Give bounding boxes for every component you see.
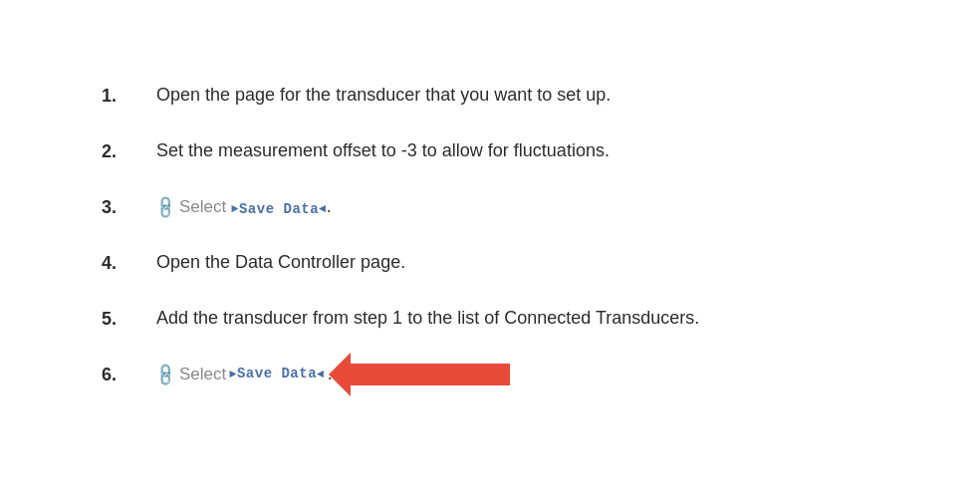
list-item: 1. Open the page for the transducer that…	[102, 82, 878, 110]
steps-list: 1. Open the page for the transducer that…	[102, 82, 878, 388]
caret-right-icon: ►	[231, 200, 239, 218]
step-link-action: 🔗 Select ►Save Data◄ .	[156, 193, 878, 220]
select-link[interactable]: Select	[179, 194, 226, 220]
save-data-button[interactable]: ►Save Data◄	[229, 364, 325, 384]
step-number: 1.	[102, 82, 156, 110]
link-icon: 🔗	[150, 191, 181, 222]
list-item: 6. 🔗 Select ►Save Data◄ .	[102, 361, 878, 388]
period: .	[327, 196, 332, 216]
list-item: 2. Set the measurement offset to -3 to a…	[102, 137, 878, 165]
step-text: Open the Data Controller page.	[156, 249, 878, 276]
step-number: 6.	[102, 361, 156, 388]
save-data-label: Save Data	[237, 364, 317, 384]
arrow-indicator	[351, 364, 510, 385]
caret-right-icon: ►	[229, 366, 237, 383]
list-item: 3. 🔗 Select ►Save Data◄ .	[102, 193, 878, 221]
select-link[interactable]: Select	[179, 362, 226, 387]
step-link-action-arrow: 🔗 Select ►Save Data◄ .	[156, 361, 878, 387]
arrow-body	[351, 364, 510, 385]
link-action-group: 🔗 Select ►Save Data◄ .	[156, 361, 333, 387]
link-group: 🔗 Select	[156, 362, 226, 387]
step-text: Add the transducer from step 1 to the li…	[156, 305, 878, 332]
step-text: Open the page for the transducer that yo…	[156, 82, 878, 109]
link-icon: 🔗	[150, 359, 181, 389]
main-content: 1. Open the page for the transducer that…	[62, 62, 918, 436]
step-6-inner: 🔗 Select ►Save Data◄ .	[156, 361, 878, 387]
step-number: 5.	[102, 305, 156, 333]
caret-left-icon: ◄	[317, 366, 325, 383]
save-data-button[interactable]: ►Save Data◄	[231, 199, 327, 220]
step-number: 4.	[102, 249, 156, 277]
list-item: 5. Add the transducer from step 1 to the…	[102, 305, 878, 333]
step-number: 3.	[102, 193, 156, 221]
caret-left-icon: ◄	[319, 200, 327, 218]
list-item: 4. Open the Data Controller page.	[102, 249, 878, 277]
step-number: 2.	[102, 137, 156, 165]
link-group: 🔗 Select	[156, 194, 226, 220]
step-text: Set the measurement offset to -3 to allo…	[156, 137, 878, 164]
save-data-label: Save Data	[239, 199, 319, 220]
